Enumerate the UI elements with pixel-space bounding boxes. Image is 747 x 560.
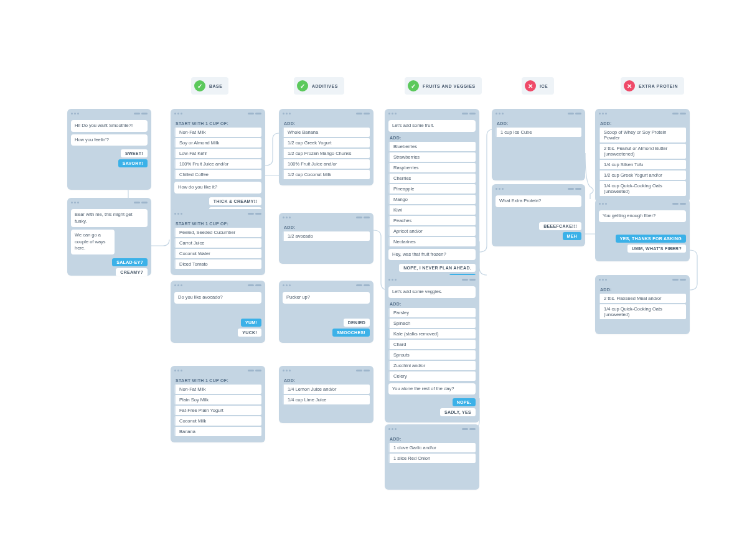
choice-button-salady[interactable]: SALAD-EY? [112,258,148,266]
list-item: Banana [174,427,261,436]
section-heading: ADD: [388,436,476,443]
card-intro[interactable]: Hi! Do you want Smoothie?! How you feeli… [67,109,151,190]
list-item: Coconut Milk [174,416,261,426]
window-titlebar [385,275,479,284]
card-ice[interactable]: ADD: 1 cup Ice Cube [492,109,585,180]
window-titlebar [385,109,479,118]
col-label: BASE [209,84,222,88]
cross-icon: ✕ [624,80,635,91]
card-base-sweet[interactable]: START WITH 1 CUP OF: Non-Fat Milk Soy or… [171,109,265,222]
card-bear[interactable]: Bear with me, this might get funky. We c… [67,198,151,276]
message: Let's add some veggies. [388,286,476,298]
list-item: 1/4 cup Lime Juice [283,395,370,404]
choice-button-nope-plan[interactable]: NOPE, I NEVER PLAN AHEAD. [399,264,476,272]
list-item: Non-Fat Milk [174,128,261,137]
check-icon: ✓ [408,80,419,91]
choice-button-nope[interactable]: NOPE. [453,398,476,406]
list-item: 2 tbs. Peanut or Almond Butter (unsweete… [599,144,686,159]
message: Hi! Do you want Smoothie?! [71,120,148,132]
list-item: Carrot Juice [174,238,261,248]
card-veggies[interactable]: Let's add some veggies. ADD: Parsley Spi… [385,275,479,422]
col-label: FRUITS AND VEGGIES [423,84,476,88]
col-label: ICE [540,84,548,88]
list-item: Apricot and/or [388,226,476,236]
window-titlebar [171,366,265,375]
list-item: Fat-Free Plain Yogurt [174,406,261,415]
list-item: 1/2 cup Frozen Mango Chunks [283,149,370,158]
section-heading: ADD: [496,120,581,128]
window-titlebar [279,109,374,118]
card-protein-question[interactable]: What Extra Protein? BEEEFCAKE!!! MEH [492,184,585,246]
col-label: ADDITIVES [312,84,338,88]
card-add-thick[interactable]: ADD: Whole Banana 1/2 cup Greek Yogurt 1… [279,109,374,185]
window-titlebar [595,199,690,208]
list-item: Chard [388,340,476,349]
choice-button-smooches[interactable]: SMOOCHES! [332,329,370,337]
choice-button-meh[interactable]: MEH [563,232,581,240]
col-header-ice: ✕ ICE [522,77,554,95]
list-item: Nectarines [388,237,476,246]
message: Let's add some fruit. [388,120,476,132]
list-item: Mango [388,195,476,204]
choice-button-savory[interactable]: SAVORY! [118,159,148,167]
cross-icon: ✕ [525,80,536,91]
list-item: Sprouts [388,350,476,360]
card-garlic[interactable]: ADD: 1 clove Garlic and/or 1 slice Red O… [385,424,479,490]
question: You alone the rest of the day? [388,383,476,395]
list-item: 1/2 cup Greek Yogurt [283,138,370,147]
card-protein-list[interactable]: ADD: Scoop of Whey or Soy Protein Powder… [595,109,690,202]
window-titlebar [492,109,585,118]
choice-button-creamy[interactable]: CREAMY? [116,268,148,276]
card-fruits[interactable]: Let's add some fruit. ADD: Blueberries S… [385,109,479,288]
card-base-salady[interactable]: START WITH 1 CUP OF: Peeled, Seeded Cucu… [171,209,265,275]
list-item: 1/4 cup Quick-Cooking Oats (unsweeted) [599,181,686,196]
window-titlebar [595,109,690,118]
choice-button-thick[interactable]: THICK & CREAMY!! [209,197,261,205]
list-item: Chilled Coffee [174,170,261,179]
question: Pucker up? [283,292,370,304]
window-titlebar [279,281,374,289]
window-titlebar [279,366,374,375]
section-heading: START WITH 1 CUP OF: [174,220,261,228]
list-item: Whole Banana [283,128,370,137]
list-item: Strawberries [388,152,476,162]
list-item: 1/4 Lemon Juice and/or [283,385,370,394]
window-titlebar [492,184,585,193]
question: You getting enough fiber? [599,210,686,222]
list-item: Raspberries [388,163,476,172]
choice-button-denied[interactable]: DENIED [344,319,370,327]
col-label: EXTRA PROTEIN [639,84,678,88]
card-add-avocado[interactable]: ADD: 1/2 avocado [279,213,374,264]
card-fiber-add[interactable]: ADD: 2 tbs. Flaxseed Meal and/or 1/4 cup… [595,275,690,334]
choice-button-what-fiber[interactable]: UMM, WHAT'S FIBER? [627,245,686,253]
flow-canvas: ✓ BASE ✓ ADDITIVES ✓ FRUITS AND VEGGIES … [0,0,747,560]
section-heading: ADD: [388,301,476,308]
list-item: 1 slice Red Onion [388,454,476,463]
choice-button-yum[interactable]: YUM! [241,319,261,327]
card-pucker[interactable]: Pucker up? DENIED SMOOCHES! [279,281,374,343]
choice-button-beefcake[interactable]: BEEEFCAKE!!! [539,222,581,230]
list-item: 1/2 cup Coconut Milk [283,170,370,179]
list-item: Plain Soy Milk [174,395,261,404]
question: Hey, was that fruit frozen? [388,249,476,261]
window-titlebar [171,281,265,289]
choice-button-yes-fiber[interactable]: YES, THANKS FOR ASKING [616,235,686,243]
card-add-lemon[interactable]: ADD: 1/4 Lemon Juice and/or 1/4 cup Lime… [279,366,374,423]
choice-button-yuck[interactable]: YUCK! [238,329,261,337]
choice-button-sweet[interactable]: SWEET! [121,149,148,157]
list-item: Pineapple [388,184,476,194]
list-item: Coconut Water [174,249,261,258]
list-item: Cherries [388,174,476,183]
list-item: Blueberries [388,142,476,151]
list-item: 1 clove Garlic and/or [388,443,476,452]
card-fiber-question[interactable]: You getting enough fiber? YES, THANKS FO… [595,199,690,261]
list-item: Zucchini and/or [388,361,476,370]
list-item: Scoop of Whey or Soy Protein Powder [599,128,686,142]
card-base-creamy[interactable]: START WITH 1 CUP OF: Non-Fat Milk Plain … [171,366,265,442]
card-avocado-question[interactable]: Do you like avocado? YUM! YUCK! [171,281,265,343]
list-item: Diced Tomato [174,259,261,269]
list-item: Celery [388,371,476,381]
choice-button-sadly[interactable]: SADLY, YES [440,408,476,416]
section-heading: START WITH 1 CUP OF: [174,120,261,128]
window-titlebar [67,198,151,207]
